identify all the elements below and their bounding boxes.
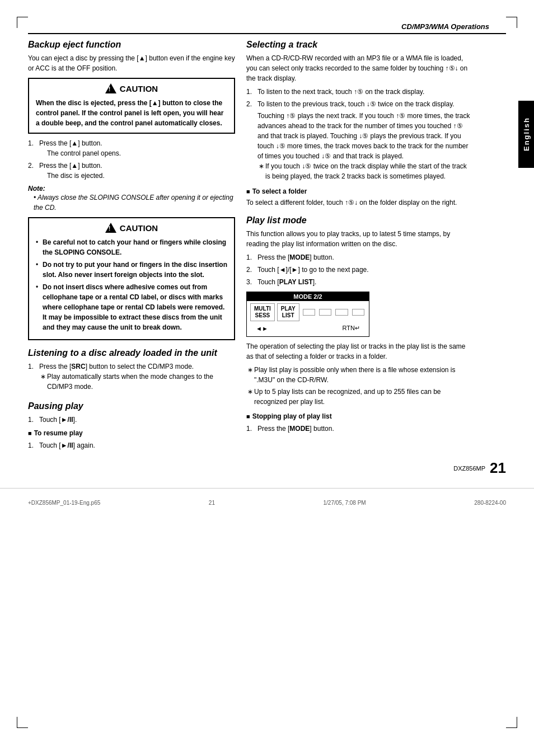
track-step-1: 1. To listen to the next track, touch ↑⑤…	[246, 87, 470, 97]
stopping-step-1: 1. Press the [MODE] button.	[246, 424, 470, 434]
right-column: Selecting a track When a CD-R/CD-RW reco…	[246, 40, 470, 454]
footer-date: 1/27/05, 7:08 PM	[324, 500, 366, 506]
english-tab: English	[518, 101, 534, 168]
track-step-1-content: To listen to the next track, touch ↑⑤ on…	[257, 87, 470, 97]
listening-step-1-num: 1.	[28, 361, 36, 393]
step-1-content: Press the [▲] button. The control panel …	[39, 138, 235, 158]
play-list-intro: This function allows you to play tracks,…	[246, 229, 470, 249]
track-step-2-content: To listen to the previous track, touch ↓…	[257, 99, 470, 183]
step-1-num: 1.	[28, 138, 36, 158]
step-2-num: 2.	[28, 161, 36, 181]
pausing-section: Pausing play 1. Touch [►/II]. To resume …	[28, 401, 235, 450]
selecting-track-title: Selecting a track	[246, 40, 470, 50]
listening-section: Listening to a disc already loaded in th…	[28, 348, 235, 393]
caution-header-2: CAUTION	[36, 223, 227, 233]
right-arrow: ►	[262, 325, 268, 332]
footer-center-page: 21	[209, 500, 215, 506]
backup-eject-body: You can eject a disc by pressing the [▲]…	[28, 53, 235, 73]
product-label: DXZ856MP	[453, 465, 485, 472]
play-list-asterisk-2: Up to 5 play lists can be recognized, an…	[246, 387, 470, 407]
step-2-content: Press the [▲] button. The disc is ejecte…	[39, 161, 235, 181]
play-list-step-1: 1. Press the [MODE] button.	[246, 252, 470, 262]
footer-right: 280-8224-00	[474, 500, 506, 506]
page-container: English CD/MP3/WMA Operations Backup eje…	[0, 0, 534, 756]
play-list-step-1-num: 1.	[246, 252, 254, 262]
resume-step-1-num: 1.	[28, 440, 36, 450]
mode-display-arrows: ◄ ► RTN↵	[250, 323, 366, 334]
mode-cell-multi: MULTISESS	[250, 303, 275, 321]
select-folder-text: To select a different folder, touch ↑⑤↓ …	[246, 198, 470, 208]
play-list-step-2-content: Touch [◄]/[►] to go to the next page.	[257, 265, 470, 275]
selecting-track-intro: When a CD-R/CD-RW recorded with an MP3 f…	[246, 53, 470, 83]
play-list-operation-text: The operation of selecting the play list…	[246, 341, 470, 361]
backup-steps: 1. Press the [▲] button. The control pan…	[28, 138, 235, 181]
play-list-section: Play list mode This function allows you …	[246, 215, 470, 434]
left-arrow: ◄	[256, 325, 262, 332]
select-folder-sub: To select a folder	[246, 187, 470, 195]
listening-step-1: 1. Press the [SRC] button to select the …	[28, 361, 235, 393]
mode-display-content: MULTISESS PLAYLIST ◄ ►	[247, 301, 369, 336]
note-text: • Always close the SLOPING CONSOLE after…	[28, 192, 235, 213]
step-1: 1. Press the [▲] button. The control pan…	[28, 138, 235, 158]
track-step-2: 2. To listen to the previous track, touc…	[246, 99, 470, 183]
stopping-step-1-num: 1.	[246, 424, 254, 434]
footer: +DXZ856MP_01-19-Eng.p65 21 1/27/05, 7:08…	[0, 488, 534, 511]
resume-steps: 1. Touch [►/II] again.	[28, 440, 235, 450]
caution-box-2: CAUTION Be careful not to catch your han…	[28, 217, 235, 340]
left-column: Backup eject function You can eject a di…	[28, 40, 235, 454]
stopping-play-sub: Stopping play of play list	[246, 412, 470, 420]
mode-bar-4	[352, 309, 364, 316]
mode-cells-row: MULTISESS PLAYLIST	[250, 303, 366, 321]
pausing-step-1: 1. Touch [►/II].	[28, 415, 235, 425]
pausing-steps: 1. Touch [►/II].	[28, 415, 235, 425]
header-title: CD/MP3/WMA Operations	[401, 22, 489, 31]
play-list-asterisk-1: Play list play is possible only when the…	[246, 365, 470, 385]
page-number-section: DXZ856MP 21	[0, 459, 534, 477]
play-list-step-2: 2. Touch [◄]/[►] to go to the next page.	[246, 265, 470, 275]
track-step-2-asterisk: If you touch ↓⑤ twice on the track displ…	[257, 161, 470, 181]
track-step-2-num: 2.	[246, 99, 254, 183]
listening-steps: 1. Press the [SRC] button to select the …	[28, 361, 235, 393]
mode-bar-2	[319, 309, 331, 316]
play-list-step-1-content: Press the [MODE] button.	[257, 252, 470, 262]
caution-header-1: CAUTION	[36, 83, 227, 93]
pausing-step-1-num: 1.	[28, 415, 36, 425]
resume-step-1-content: Touch [►/II] again.	[39, 440, 235, 450]
mode-display: MODE 2/2 MULTISESS PLAYLIST	[246, 292, 369, 337]
caution-label-1: CAUTION	[120, 84, 158, 93]
corner-mark-bl	[17, 717, 28, 728]
corner-mark-tr	[506, 17, 517, 28]
mode-bar-1	[303, 309, 315, 316]
play-list-step-3: 3. Touch [PLAY LIST].	[246, 277, 470, 287]
backup-eject-title: Backup eject function	[28, 40, 235, 50]
play-list-step-3-content: Touch [PLAY LIST].	[257, 277, 470, 287]
listening-asterisk: Play automatically starts when the mode …	[39, 372, 235, 392]
listening-step-1-content: Press the [SRC] button to select the CD/…	[39, 361, 235, 393]
step-2-sub: The disc is ejected.	[39, 172, 105, 180]
stopping-steps: 1. Press the [MODE] button.	[246, 424, 470, 434]
caution-body-1: When the disc is ejected, press the [▲] …	[36, 98, 227, 128]
corner-mark-br	[506, 717, 517, 728]
caution-bullet-1-text: Be careful not to catch your hand or fin…	[43, 238, 226, 256]
caution-triangle-1	[105, 83, 116, 93]
header-section: CD/MP3/WMA Operations	[0, 17, 534, 31]
caution-bullet-3-text: Do not insert discs where adhesive comes…	[43, 283, 224, 331]
caution-bullet-2-text: Do not try to put your hand or fingers i…	[43, 261, 227, 279]
caution-bullet-1: Be careful not to catch your hand or fin…	[36, 237, 227, 257]
rtn-label: RTN↵	[343, 325, 360, 332]
corner-mark-tl	[17, 17, 28, 28]
caution-label-2: CAUTION	[120, 223, 158, 233]
caution-bullet-2: Do not try to put your hand or fingers i…	[36, 260, 227, 280]
mode-display-header: MODE 2/2	[247, 292, 369, 301]
mode-bar-3	[335, 309, 348, 316]
listening-title: Listening to a disc already loaded in th…	[28, 348, 235, 358]
note-section: Note: • Always close the SLOPING CONSOLE…	[28, 184, 235, 213]
step-1-sub: The control panel opens.	[39, 149, 121, 157]
footer-left: +DXZ856MP_01-19-Eng.p65	[28, 500, 100, 506]
note-label: Note:	[28, 185, 45, 192]
stopping-step-1-content: Press the [MODE] button.	[257, 424, 470, 434]
play-list-title: Play list mode	[246, 215, 470, 226]
track-step-2-detail: Touching ↑⑤ plays the next track. If you…	[257, 111, 470, 161]
mode-cell-play: PLAYLIST	[277, 303, 299, 321]
pausing-step-1-content: Touch [►/II].	[39, 415, 235, 425]
